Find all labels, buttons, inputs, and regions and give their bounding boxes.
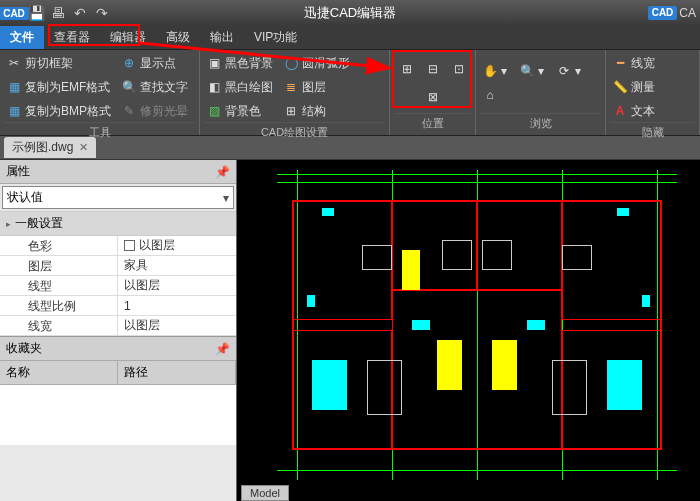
combo-value: 状认值	[7, 189, 43, 206]
btn-bgcolor[interactable]: ▨背景色	[204, 100, 275, 122]
print-icon[interactable]: 🖶	[48, 3, 68, 23]
text-icon: A	[612, 103, 628, 119]
btn-measure[interactable]: 📏测量	[610, 76, 657, 98]
title-right-text: CA	[679, 6, 696, 20]
arc-icon: ◯	[283, 55, 299, 71]
menu-vip[interactable]: VIP功能	[244, 26, 307, 49]
section-general[interactable]: 一般设置	[0, 211, 236, 236]
fav-title: 收藏夹	[6, 340, 42, 357]
zoom-icon: 🔍	[519, 63, 535, 79]
home-icon: ⌂	[482, 87, 498, 103]
bmp-icon: ▦	[6, 103, 22, 119]
btn-layer[interactable]: ≣图层	[281, 76, 352, 98]
save-icon[interactable]: 💾	[26, 3, 46, 23]
layer-icon: ≣	[283, 79, 299, 95]
main-area: 属性 📌 状认值 ▾ 一般设置 色彩 以图层 图层家具 线型以图层 线型比例1	[0, 160, 700, 501]
fav-columns: 名称 路径	[0, 361, 236, 385]
panel-title: 属性	[6, 163, 30, 180]
ribbon-group-tools: ✂剪切框架 ▦复制为EMF格式 ▦复制为BMP格式 ⊕显示点 🔍查找文字 ✎修剪…	[0, 50, 200, 135]
prop-row-layer[interactable]: 图层家具	[0, 256, 236, 276]
btn-linewidth[interactable]: ━线宽	[610, 52, 657, 74]
prop-row-color[interactable]: 色彩 以图层	[0, 236, 236, 256]
polish-icon: ✎	[121, 103, 137, 119]
quick-access-toolbar: CAD 💾 🖶 ↶ ↷	[0, 3, 116, 23]
ribbon-group-hide: ━线宽 📏测量 A文本 隐藏	[606, 50, 700, 135]
checkbox-icon[interactable]	[124, 240, 135, 251]
panel-header-props: 属性 📌	[0, 160, 236, 184]
favorites-panel: 收藏夹 📌 名称 路径	[0, 336, 236, 445]
prop-row-lw[interactable]: 线宽以图层	[0, 316, 236, 336]
menu-file[interactable]: 文件	[0, 26, 44, 49]
group-label-position: 位置	[394, 113, 471, 133]
prop-row-lscale[interactable]: 线型比例1	[0, 296, 236, 316]
file-tab[interactable]: 示例图.dwg ✕	[4, 137, 96, 158]
bw-icon: ◧	[206, 79, 222, 95]
group-label-hide: 隐藏	[610, 122, 695, 142]
emf-icon: ▦	[6, 79, 22, 95]
highlight-position-group	[392, 50, 472, 108]
btn-polish[interactable]: ✎修剪光晕	[119, 100, 190, 122]
app-title: 迅捷CAD编辑器	[304, 4, 396, 22]
btn-clip-frame[interactable]: ✂剪切框架	[4, 52, 113, 74]
ruler-icon: 📏	[612, 79, 628, 95]
bgcolor-icon: ▨	[206, 103, 222, 119]
struct-icon: ⊞	[283, 103, 299, 119]
col-path[interactable]: 路径	[118, 361, 236, 384]
undo-icon[interactable]: ↶	[70, 3, 90, 23]
cad-badge-icon: CAD	[648, 6, 678, 20]
clip-icon: ✂	[6, 55, 22, 71]
ribbon-group-browse: ✋▾ 🔍▾ ⟳▾ ⌂ 浏览	[476, 50, 606, 135]
property-grid: 色彩 以图层 图层家具 线型以图层 线型比例1 线宽以图层	[0, 236, 236, 336]
btn-smooth-arc[interactable]: ◯圆滑弧形	[281, 52, 352, 74]
lw-icon: ━	[612, 55, 628, 71]
fav-body	[0, 385, 236, 445]
hand-icon: ✋	[482, 63, 498, 79]
drawing-canvas[interactable]: Model	[237, 160, 700, 501]
search-icon: 🔍	[121, 79, 137, 95]
btn-copy-emf[interactable]: ▦复制为EMF格式	[4, 76, 113, 98]
highlight-menu	[48, 24, 140, 46]
btn-text[interactable]: A文本	[610, 100, 657, 122]
group-label-browse: 浏览	[480, 113, 601, 133]
btn-zoom[interactable]: 🔍▾	[517, 60, 546, 82]
menu-output[interactable]: 输出	[200, 26, 244, 49]
col-name[interactable]: 名称	[0, 361, 118, 384]
props-type-combo[interactable]: 状认值 ▾	[2, 186, 234, 209]
btn-home[interactable]: ⌂	[480, 84, 500, 106]
menu-advanced[interactable]: 高级	[156, 26, 200, 49]
btn-bw-draw[interactable]: ◧黑白绘图	[204, 76, 275, 98]
ribbon-group-cadset: ▣黑色背景 ◧黑白绘图 ▨背景色 ◯圆滑弧形 ≣图层 ⊞结构 CAD绘图设置	[200, 50, 390, 135]
btn-black-bg[interactable]: ▣黑色背景	[204, 52, 275, 74]
cad-logo-icon: CAD	[4, 3, 24, 23]
close-tab-icon[interactable]: ✕	[79, 141, 88, 154]
redo-icon[interactable]: ↷	[92, 3, 112, 23]
btn-pan[interactable]: ✋▾	[480, 60, 509, 82]
chevron-down-icon: ▾	[223, 191, 229, 205]
file-tab-label: 示例图.dwg	[12, 139, 73, 156]
model-tab[interactable]: Model	[241, 485, 289, 501]
blackbg-icon: ▣	[206, 55, 222, 71]
properties-panel: 属性 📌 状认值 ▾ 一般设置 色彩 以图层 图层家具 线型以图层 线型比例1	[0, 160, 237, 501]
point-icon: ⊕	[121, 55, 137, 71]
prop-row-ltype[interactable]: 线型以图层	[0, 276, 236, 296]
ribbon: ✂剪切框架 ▦复制为EMF格式 ▦复制为BMP格式 ⊕显示点 🔍查找文字 ✎修剪…	[0, 50, 700, 136]
btn-struct[interactable]: ⊞结构	[281, 100, 352, 122]
floorplan	[247, 170, 690, 481]
panel-header-fav: 收藏夹 📌	[0, 337, 236, 361]
btn-copy-bmp[interactable]: ▦复制为BMP格式	[4, 100, 113, 122]
pin-icon-2[interactable]: 📌	[215, 342, 230, 356]
btn-show-point[interactable]: ⊕显示点	[119, 52, 190, 74]
rotate-icon: ⟳	[556, 63, 572, 79]
pin-icon[interactable]: 📌	[215, 165, 230, 179]
titlebar: CAD 💾 🖶 ↶ ↷ 迅捷CAD编辑器 CAD CA	[0, 0, 700, 26]
btn-rotate[interactable]: ⟳▾	[554, 60, 583, 82]
btn-find-text[interactable]: 🔍查找文字	[119, 76, 190, 98]
group-label-cadset: CAD绘图设置	[204, 122, 385, 142]
